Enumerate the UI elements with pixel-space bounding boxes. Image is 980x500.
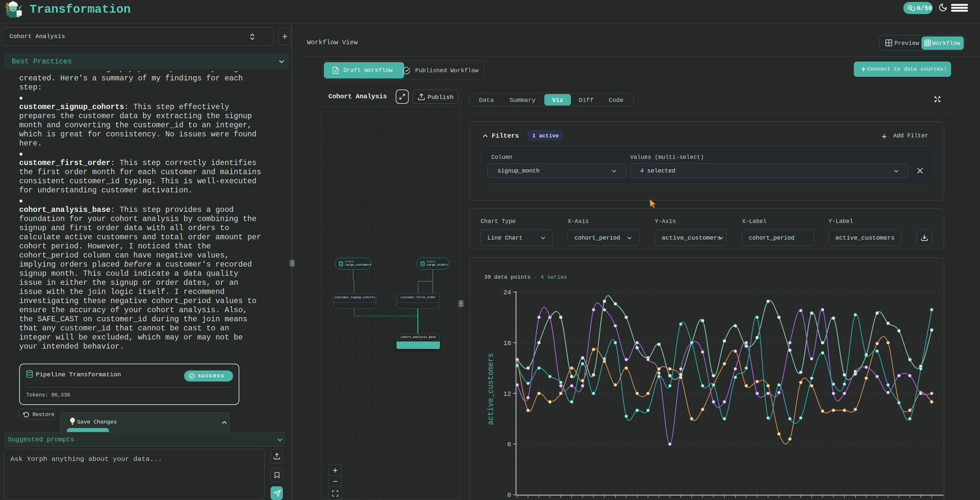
svg-text:6: 6 [507,441,511,448]
svg-text:18: 18 [503,340,511,347]
svg-text:24: 24 [503,289,511,296]
svg-text:0: 0 [507,492,511,499]
svg-text:12: 12 [503,390,511,398]
svg-text:active_customers: active_customers [487,353,495,425]
